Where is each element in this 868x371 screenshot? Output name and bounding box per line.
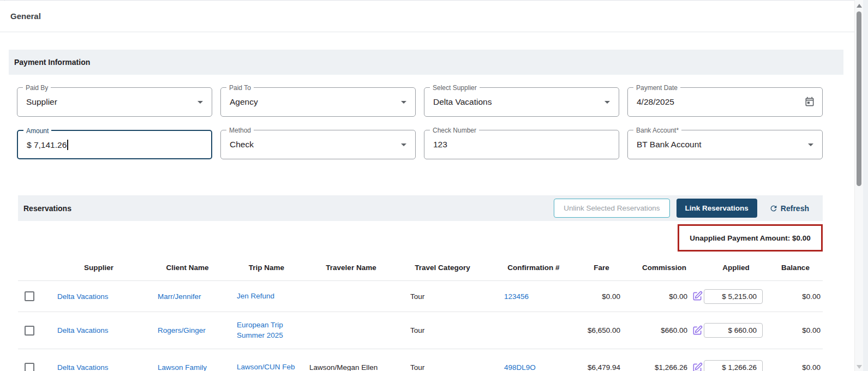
- table-row: Delta Vacations Rogers/Ginger European T…: [18, 312, 823, 349]
- payment-date-value: 4/28/2025: [637, 97, 674, 107]
- commission-value: $0.00: [669, 292, 687, 301]
- payment-fields-row-1: Paid By Supplier Paid To Agency Select S…: [17, 87, 823, 117]
- refresh-button[interactable]: Refresh: [769, 204, 809, 213]
- commission-value: $1,266.26: [655, 363, 687, 371]
- chevron-down-icon: [604, 101, 610, 104]
- confirmation-link[interactable]: 123456: [489, 292, 578, 301]
- check-number-value: 123: [433, 140, 447, 149]
- row-checkbox[interactable]: [25, 363, 34, 371]
- col-header-applied: Applied: [704, 264, 768, 272]
- amount-field[interactable]: Amount $ 7,141.26: [17, 130, 212, 159]
- fare-value: $0.00: [578, 292, 625, 301]
- reservations-title: Reservations: [23, 204, 71, 213]
- commission-value: $660.00: [661, 326, 687, 334]
- col-header-travel-category: Travel Category: [396, 264, 489, 272]
- traveler-name: Lawson/Megan Ellen: [306, 363, 396, 371]
- refresh-icon: [769, 204, 778, 213]
- check-number-field[interactable]: Check Number 123: [424, 130, 619, 159]
- select-supplier-label: Select Supplier: [430, 83, 480, 92]
- payment-information-title: Payment Information: [14, 58, 90, 67]
- method-value: Check: [230, 140, 254, 149]
- paid-to-value: Agency: [230, 97, 258, 107]
- fare-value: $6,479.94: [578, 363, 625, 371]
- refresh-label: Refresh: [781, 204, 809, 213]
- travel-category: Tour: [396, 292, 489, 301]
- supplier-link[interactable]: Delta Vacations: [50, 363, 148, 371]
- paid-by-label: Paid By: [23, 83, 51, 92]
- calendar-icon[interactable]: [804, 97, 815, 107]
- balance-value: $0.00: [768, 363, 823, 371]
- balance-value: $0.00: [768, 292, 823, 301]
- edit-commission-icon[interactable]: [692, 362, 703, 371]
- unapplied-payment-amount-box: Unapplied Payment Amount: $0.00: [678, 224, 823, 252]
- chevron-down-icon: [401, 143, 406, 146]
- bank-account-select[interactable]: Bank Account* BT Bank Account: [627, 130, 823, 159]
- text-cursor: [67, 140, 68, 150]
- amount-label: Amount: [23, 127, 51, 135]
- payment-date-field[interactable]: Payment Date 4/28/2025: [627, 87, 823, 117]
- payment-information-header: Payment Information: [9, 50, 843, 75]
- select-supplier-value: Delta Vacations: [433, 97, 492, 107]
- col-header-balance: Balance: [768, 264, 823, 272]
- confirmation-link[interactable]: 498DL9O: [489, 363, 578, 371]
- chevron-down-icon: [401, 101, 406, 104]
- trip-name-link[interactable]: Lawson/CUN Feb: [237, 362, 295, 371]
- col-header-commission: Commission: [625, 264, 704, 272]
- paid-to-select[interactable]: Paid To Agency: [220, 87, 416, 117]
- table-row: Delta Vacations Lawson Family Lawson/CUN…: [18, 349, 823, 371]
- reservations-table: Supplier Client Name Trip Name Traveler …: [18, 254, 823, 371]
- applied-amount-input[interactable]: [704, 323, 763, 338]
- chevron-down-icon: [808, 143, 813, 146]
- unlink-selected-reservations-button[interactable]: Unlink Selected Reservations: [554, 199, 669, 218]
- reservations-header: Reservations Unlink Selected Reservation…: [18, 195, 823, 221]
- row-checkbox[interactable]: [25, 326, 34, 336]
- trip-name-link[interactable]: Jen Refund: [237, 291, 274, 301]
- method-label: Method: [226, 126, 254, 135]
- paid-to-label: Paid To: [226, 83, 254, 92]
- supplier-link[interactable]: Delta Vacations: [50, 326, 148, 334]
- amount-value: $ 7,141.26: [27, 140, 68, 150]
- travel-category: Tour: [396, 363, 489, 371]
- paid-by-select[interactable]: Paid By Supplier: [17, 87, 212, 117]
- col-header-supplier: Supplier: [50, 264, 148, 272]
- col-header-confirmation: Confirmation #: [489, 264, 578, 272]
- link-reservations-button[interactable]: Link Reservations: [677, 199, 757, 218]
- table-header-row: Supplier Client Name Trip Name Traveler …: [18, 254, 823, 280]
- col-header-traveler-name: Traveler Name: [306, 264, 396, 272]
- paid-by-value: Supplier: [26, 97, 57, 107]
- supplier-link[interactable]: Delta Vacations: [50, 292, 148, 301]
- edit-commission-icon[interactable]: [692, 291, 703, 302]
- select-supplier-select[interactable]: Select Supplier Delta Vacations: [424, 87, 619, 117]
- client-name-link[interactable]: Rogers/Ginger: [148, 326, 227, 334]
- method-select[interactable]: Method Check: [220, 130, 416, 159]
- col-header-client-name: Client Name: [148, 264, 227, 272]
- check-number-label: Check Number: [430, 126, 479, 135]
- trip-name-link[interactable]: European Trip Summer 2025: [237, 320, 296, 340]
- client-name-link[interactable]: Lawson Family: [148, 363, 227, 371]
- payment-date-label: Payment Date: [633, 83, 680, 92]
- table-row: Delta Vacations Marr/Jennifer Jen Refund…: [18, 280, 823, 312]
- page-title: General: [10, 11, 41, 21]
- scroll-up-arrow-icon[interactable]: [857, 4, 862, 8]
- scroll-down-arrow-icon[interactable]: [857, 365, 862, 369]
- bank-account-value: BT Bank Account: [637, 140, 702, 149]
- applied-amount-input[interactable]: [704, 360, 763, 371]
- reservations-actions: Unlink Selected Reservations Link Reserv…: [554, 199, 809, 218]
- applied-amount-input[interactable]: [704, 289, 763, 304]
- vertical-scrollbar[interactable]: [854, 0, 863, 371]
- chevron-down-icon: [197, 101, 203, 104]
- page-gutter: [863, 0, 868, 371]
- payment-entry-screen: General Payment Information Paid By Supp…: [0, 0, 868, 371]
- payment-fields-row-2: Amount $ 7,141.26 Method Check Check Num…: [17, 130, 823, 159]
- balance-value: $0.00: [768, 326, 823, 334]
- client-name-link[interactable]: Marr/Jennifer: [148, 292, 227, 301]
- general-header: General: [0, 1, 854, 32]
- bank-account-label: Bank Account*: [633, 126, 681, 135]
- col-header-trip-name: Trip Name: [227, 264, 306, 272]
- col-header-fare: Fare: [578, 264, 625, 272]
- row-checkbox[interactable]: [25, 291, 34, 301]
- edit-commission-icon[interactable]: [692, 325, 703, 336]
- travel-category: Tour: [396, 326, 489, 334]
- scrollbar-thumb[interactable]: [857, 11, 861, 186]
- unapplied-payment-amount-label: Unapplied Payment Amount: $0.00: [690, 234, 811, 242]
